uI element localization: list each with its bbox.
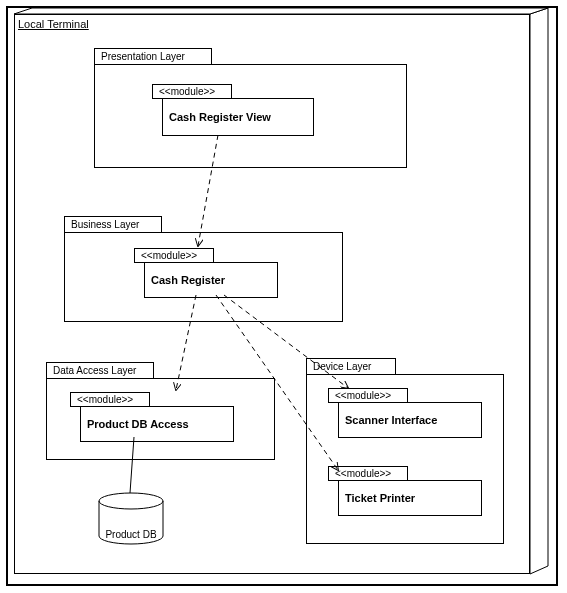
scanner-interface-stereotype: <<module>>: [328, 388, 408, 403]
presentation-layer-tab: Presentation Layer: [94, 48, 212, 64]
diagram-stage: Local Terminal Presentation Layer <<modu…: [0, 0, 567, 593]
scanner-interface-name: Scanner Interface: [338, 402, 482, 438]
product-db-access-name: Product DB Access: [80, 406, 234, 442]
database-label: Product DB: [96, 529, 166, 540]
business-layer-tab: Business Layer: [64, 216, 162, 232]
cash-register-name: Cash Register: [144, 262, 278, 298]
cash-register-stereotype: <<module>>: [134, 248, 214, 263]
cash-register-view-name: Cash Register View: [162, 98, 314, 136]
ticket-printer-stereotype: <<module>>: [328, 466, 408, 481]
svg-point-2: [99, 493, 163, 509]
device-layer-tab: Device Layer: [306, 358, 396, 374]
data-access-layer-tab: Data Access Layer: [46, 362, 154, 378]
ticket-printer-name: Ticket Printer: [338, 480, 482, 516]
terminal-title: Local Terminal: [18, 18, 89, 30]
cash-register-view-stereotype: <<module>>: [152, 84, 232, 99]
product-db-access-stereotype: <<module>>: [70, 392, 150, 407]
database-product-db: Product DB: [96, 492, 166, 546]
